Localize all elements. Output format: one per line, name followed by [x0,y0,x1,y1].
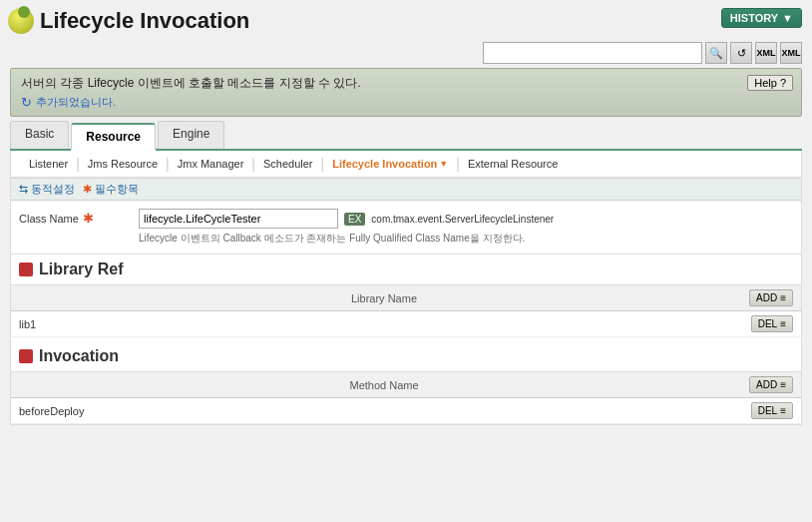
logo-inner [18,6,30,18]
library-ref-header: Library Ref [11,255,801,285]
interface-text: com.tmax.event.ServerLifecycleLinstener [371,214,554,225]
subnav-scheduler[interactable]: Scheduler [255,156,321,172]
export-xml-button[interactable]: XML [755,42,777,64]
class-name-hint: Lifecycle 이벤트의 Callback 메소드가 존재하는 Fully … [139,231,793,246]
dynamic-setting[interactable]: ⇆ 동적설정 [19,182,75,197]
sub-nav: Listener | Jms Resource | Jmx Manager | … [10,151,802,178]
class-name-row: Class Name ✱ EX com.tmax.event.ServerLif… [19,207,793,248]
invocation-del-label-0: DEL [758,405,777,416]
class-name-text: Class Name [19,213,79,225]
class-name-required: ✱ [83,211,94,226]
invocation-del-icon-0: ≡ [780,405,786,416]
class-name-value: EX com.tmax.event.ServerLifecycleLinsten… [139,209,793,246]
dynamic-label: 동적설정 [31,182,75,197]
search-bar: 🔍 ↺ XML XML [0,38,812,68]
xml-icon: XML [757,48,776,58]
library-add-icon: ≡ [780,292,786,303]
dynamic-icon: ⇆ [19,183,28,196]
subnav-external-resource[interactable]: External Resource [460,156,567,172]
search-icon: 🔍 [709,47,723,60]
lifecycle-label: Lifecycle Invocation [332,158,437,170]
search-input[interactable] [483,42,702,64]
page-header: Lifecycle Invocation HISTORY ▼ [0,0,812,38]
class-name-section: Class Name ✱ EX com.tmax.event.ServerLif… [11,201,801,255]
xml2-icon: XML [782,48,801,58]
added-text-row: ↻ 추가되었습니다. [21,95,791,110]
history-label: HISTORY [730,12,778,24]
hint-tag: EX [344,213,365,226]
page-title: Lifecycle Invocation [10,8,802,34]
banner-description: 서버의 각종 Lifecycle 이벤트에 호출할 메소드를 지정할 수 있다. [21,76,361,90]
library-add-label: ADD [756,292,777,303]
added-refresh-icon: ↻ [21,95,32,110]
invocation-add-label: ADD [756,379,777,390]
invocation-method-0: beforeDeploy [19,405,751,417]
lifecycle-dropdown-arrow: ▼ [439,159,448,169]
library-ref-icon [19,262,33,276]
refresh-icon: ↺ [737,47,746,60]
subnav-jms-resource[interactable]: Jms Resource [80,156,166,172]
class-name-input[interactable] [139,209,338,229]
library-name-0: lib1 [19,318,751,330]
refresh-button[interactable]: ↺ [730,42,752,64]
history-arrow-icon: ▼ [782,12,793,24]
library-header-row: Library Name ADD ≡ [11,285,801,311]
export-xml2-button[interactable]: XML [780,42,802,64]
library-del-label-0: DEL [758,318,777,329]
added-message: 추가되었습니다. [36,95,116,110]
class-name-label: Class Name ✱ [19,209,139,226]
subnav-jmx-manager[interactable]: Jmx Manager [170,156,252,172]
toolbar-row: ⇆ 동적설정 ✱ 필수항목 [11,179,801,201]
invocation-row-0: beforeDeploy DEL ≡ [11,398,801,424]
library-add-button[interactable]: ADD ≡ [749,289,793,306]
help-icon: ? [780,77,786,89]
search-button[interactable]: 🔍 [705,42,727,64]
invocation-add-button[interactable]: ADD ≡ [749,376,793,393]
invocation-icon [19,349,33,363]
tab-resource[interactable]: Resource [71,123,156,151]
invocation-add-icon: ≡ [780,379,786,390]
library-ref-table: Library Name ADD ≡ lib1 DEL ≡ [11,285,801,337]
library-del-icon-0: ≡ [780,318,786,329]
library-ref-title: Library Ref [39,261,123,278]
library-del-button-0[interactable]: DEL ≡ [751,315,793,332]
invocation-table: Method Name ADD ≡ beforeDeploy DEL ≡ [11,372,801,424]
main-content: ⇆ 동적설정 ✱ 필수항목 Class Name ✱ EX com.tmax.e… [10,178,802,425]
tab-basic[interactable]: Basic [10,121,69,149]
help-button[interactable]: Help ? [747,75,793,91]
invocation-header-row: Method Name ADD ≡ [11,372,801,398]
invocation-header: Invocation [11,341,801,372]
required-field: ✱ 필수항목 [83,182,139,197]
invocation-col-label: Method Name [19,379,749,391]
info-banner: 서버의 각종 Lifecycle 이벤트에 호출할 메소드를 지정할 수 있다.… [10,68,802,117]
invocation-title: Invocation [39,347,119,365]
tabs-container: Basic Resource Engine [10,121,802,151]
subnav-lifecycle-invocation[interactable]: Lifecycle Invocation ▼ [324,156,456,172]
required-star-icon: ✱ [83,183,92,196]
invocation-del-button-0[interactable]: DEL ≡ [751,402,793,419]
history-button[interactable]: HISTORY ▼ [721,8,802,28]
class-name-input-row: EX com.tmax.event.ServerLifecycleLinsten… [139,209,793,229]
help-label: Help [754,77,777,89]
library-col-label: Library Name [19,292,749,304]
required-label: 필수항목 [95,182,139,197]
tab-engine[interactable]: Engine [158,121,224,149]
subnav-listener[interactable]: Listener [21,156,76,172]
library-row-0: lib1 DEL ≡ [11,311,801,337]
